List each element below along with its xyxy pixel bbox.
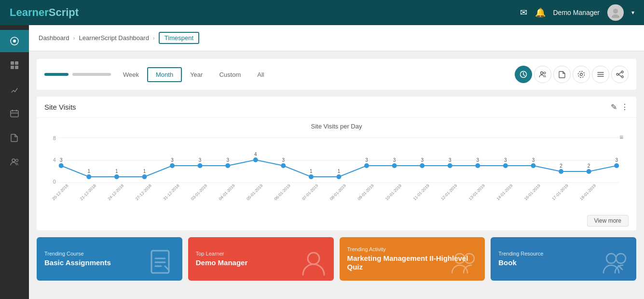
line-chart: ≡ 8 4 0 bbox=[44, 133, 629, 210]
chart-body: Site Visits per Day ≡ 8 4 0 bbox=[37, 118, 636, 212]
view-more-button[interactable]: View more bbox=[587, 215, 629, 227]
svg-text:1: 1 bbox=[338, 169, 341, 174]
svg-text:3: 3 bbox=[449, 157, 452, 163]
chevron-down-icon[interactable]: ▾ bbox=[631, 9, 634, 16]
sidebar-item-calendar[interactable] bbox=[0, 102, 29, 125]
svg-text:12-01-2019: 12-01-2019 bbox=[440, 183, 458, 201]
svg-point-12 bbox=[541, 72, 543, 74]
sidebar-item-reports[interactable] bbox=[0, 78, 29, 100]
svg-text:16-01-2019: 16-01-2019 bbox=[523, 183, 542, 201]
card-resource-text: Trending Resource Book bbox=[498, 251, 543, 267]
svg-point-29 bbox=[142, 174, 147, 179]
svg-point-27 bbox=[86, 174, 91, 179]
svg-point-45 bbox=[587, 169, 591, 174]
filter-share-btn[interactable] bbox=[611, 66, 629, 83]
svg-text:09-01-2019: 09-01-2019 bbox=[356, 183, 375, 201]
filter-file-btn[interactable] bbox=[553, 66, 571, 83]
svg-point-33 bbox=[253, 157, 258, 162]
svg-text:3: 3 bbox=[282, 157, 285, 163]
svg-text:17-01-2019: 17-01-2019 bbox=[551, 183, 569, 201]
svg-point-30 bbox=[170, 163, 175, 168]
svg-point-32 bbox=[225, 163, 230, 168]
breadcrumb-dashboard[interactable]: Dashboard bbox=[39, 34, 69, 42]
svg-point-36 bbox=[337, 174, 342, 179]
svg-point-93 bbox=[616, 254, 626, 263]
logo-part1: Learner bbox=[10, 6, 49, 18]
header: LearnerScript ✉ 🔔 Demo Manager ▾ bbox=[0, 0, 644, 25]
svg-point-3 bbox=[13, 40, 16, 43]
sidebar-item-dashboard[interactable] bbox=[0, 54, 29, 76]
svg-text:21-12-2018: 21-12-2018 bbox=[79, 183, 97, 201]
chart-menu-icon[interactable]: ⋮ bbox=[621, 102, 629, 112]
header-right: ✉ 🔔 Demo Manager ▾ bbox=[520, 4, 635, 21]
bell-icon[interactable]: 🔔 bbox=[535, 7, 546, 18]
svg-point-38 bbox=[392, 163, 397, 168]
filter-settings-btn[interactable] bbox=[573, 66, 590, 83]
filter-users-btn[interactable] bbox=[534, 66, 551, 83]
svg-text:8: 8 bbox=[53, 135, 56, 141]
svg-point-92 bbox=[606, 254, 616, 263]
sidebar-item-users[interactable] bbox=[0, 151, 29, 173]
svg-text:3: 3 bbox=[199, 157, 202, 163]
sidebar-item-home[interactable] bbox=[0, 30, 29, 52]
filter-list-btn[interactable] bbox=[592, 66, 609, 83]
user-name: Demo Manager bbox=[553, 9, 600, 16]
svg-point-0 bbox=[613, 9, 618, 14]
svg-text:3: 3 bbox=[615, 157, 618, 163]
svg-point-16 bbox=[621, 71, 623, 73]
svg-point-31 bbox=[198, 163, 203, 168]
svg-point-10 bbox=[16, 159, 18, 162]
breadcrumb-learnerdash[interactable]: LearnerScript Dashboard bbox=[79, 34, 149, 42]
breadcrumb-timespent[interactable]: Timespent bbox=[159, 32, 199, 44]
svg-text:2: 2 bbox=[588, 163, 590, 169]
svg-text:3: 3 bbox=[171, 157, 174, 163]
tab-all[interactable]: All bbox=[249, 68, 272, 82]
svg-text:10-01-2019: 10-01-2019 bbox=[384, 183, 403, 201]
filter-clock-btn[interactable] bbox=[515, 66, 532, 83]
svg-text:3: 3 bbox=[477, 157, 480, 163]
card-course-label: Trending Course bbox=[44, 251, 111, 256]
tab-week[interactable]: Week bbox=[115, 68, 147, 82]
chart-edit-icon[interactable]: ✎ bbox=[611, 102, 617, 112]
card-trending-activity: Trending Activity Marketing Management I… bbox=[340, 237, 485, 281]
card-trending-course: Trending Course Basic Assignments bbox=[37, 237, 182, 281]
progress-filled bbox=[44, 73, 69, 76]
sidebar bbox=[0, 25, 29, 299]
svg-text:03-01-2019: 03-01-2019 bbox=[190, 183, 208, 201]
card-resource-icon bbox=[602, 249, 630, 278]
card-course-icon bbox=[148, 249, 177, 278]
svg-text:04-01-2019: 04-01-2019 bbox=[218, 183, 236, 201]
filter-icons bbox=[515, 66, 629, 83]
card-resource-value: Book bbox=[498, 258, 543, 267]
svg-point-35 bbox=[309, 174, 314, 179]
card-activity-icon bbox=[450, 249, 479, 278]
card-trending-resource: Trending Resource Book bbox=[491, 237, 636, 281]
card-learner-value: Demo Manager bbox=[196, 258, 248, 267]
svg-point-41 bbox=[475, 163, 480, 168]
tab-year[interactable]: Year bbox=[182, 68, 211, 82]
breadcrumb: Dashboard › LearnerScript Dashboard › Ti… bbox=[29, 25, 644, 51]
svg-point-42 bbox=[503, 163, 508, 168]
svg-rect-6 bbox=[11, 66, 14, 69]
avatar[interactable] bbox=[607, 4, 624, 21]
svg-text:1: 1 bbox=[143, 169, 146, 174]
svg-text:31-12-2018: 31-12-2018 bbox=[162, 183, 180, 201]
tab-month[interactable]: Month bbox=[147, 67, 182, 82]
svg-text:1: 1 bbox=[88, 169, 91, 174]
svg-point-14 bbox=[580, 73, 583, 76]
svg-text:3: 3 bbox=[365, 157, 368, 163]
chart-panel: Site Visits ✎ ⋮ Site Visits per Day ≡ 8 bbox=[37, 97, 636, 230]
svg-point-43 bbox=[531, 163, 536, 168]
tab-custom[interactable]: Custom bbox=[211, 68, 249, 82]
mail-icon[interactable]: ✉ bbox=[520, 7, 527, 18]
svg-point-44 bbox=[559, 169, 563, 174]
sidebar-item-files[interactable] bbox=[0, 127, 29, 149]
chart-header: Site Visits ✎ ⋮ bbox=[37, 97, 636, 118]
logo-part2: Script bbox=[49, 6, 79, 18]
svg-text:27-12-2018: 27-12-2018 bbox=[135, 183, 153, 201]
svg-rect-5 bbox=[15, 61, 18, 65]
svg-point-1 bbox=[612, 14, 619, 18]
svg-text:13-01-2019: 13-01-2019 bbox=[467, 183, 486, 201]
svg-text:2: 2 bbox=[560, 163, 562, 169]
svg-point-26 bbox=[59, 163, 64, 168]
